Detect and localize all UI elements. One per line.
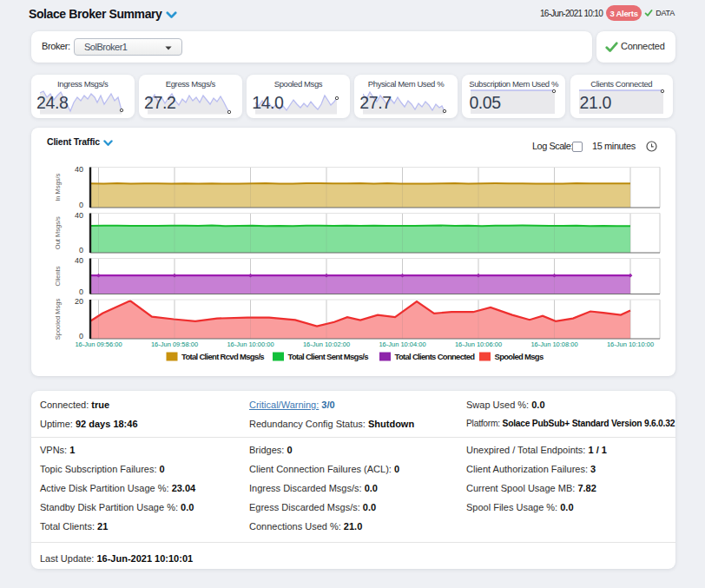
svg-text:16-Jun 09:56:00: 16-Jun 09:56:00	[75, 340, 122, 348]
svg-text:0: 0	[79, 287, 83, 296]
svg-text:0: 0	[79, 201, 83, 209]
svg-text:16-Jun 10:04:00: 16-Jun 10:04:00	[379, 340, 425, 348]
svg-text:16-Jun 10:10:00: 16-Jun 10:10:00	[607, 340, 654, 348]
svg-text:Total Client Sent Msgs/s: Total Client Sent Msgs/s	[288, 352, 369, 361]
svg-text:Clients: Clients	[54, 266, 62, 286]
svg-text:Spooled Msgs: Spooled Msgs	[495, 352, 544, 361]
svg-text:In Msgs/s: In Msgs/s	[54, 174, 62, 202]
svg-text:16-Jun 09:58:00: 16-Jun 09:58:00	[151, 340, 198, 348]
svg-text:Spooled Msgs: Spooled Msgs	[54, 298, 62, 340]
svg-text:40: 40	[75, 256, 83, 265]
svg-text:Total Clients Connected: Total Clients Connected	[395, 352, 476, 361]
svg-text:Total Client Rcvd Msgs/s: Total Client Rcvd Msgs/s	[181, 352, 264, 361]
svg-text:0: 0	[79, 246, 83, 254]
svg-text:16-Jun 10:06:00: 16-Jun 10:06:00	[455, 340, 502, 348]
svg-text:16-Jun 10:08:00: 16-Jun 10:08:00	[530, 340, 577, 348]
svg-text:40: 40	[75, 165, 83, 174]
svg-text:0: 0	[79, 332, 83, 340]
svg-text:Out Msgs/s: Out Msgs/s	[54, 216, 62, 249]
svg-text:16-Jun 10:02:00: 16-Jun 10:02:00	[303, 340, 350, 348]
svg-text:20: 20	[75, 297, 83, 306]
svg-text:40: 40	[75, 211, 83, 220]
svg-text:16-Jun 10:00:00: 16-Jun 10:00:00	[227, 340, 273, 348]
